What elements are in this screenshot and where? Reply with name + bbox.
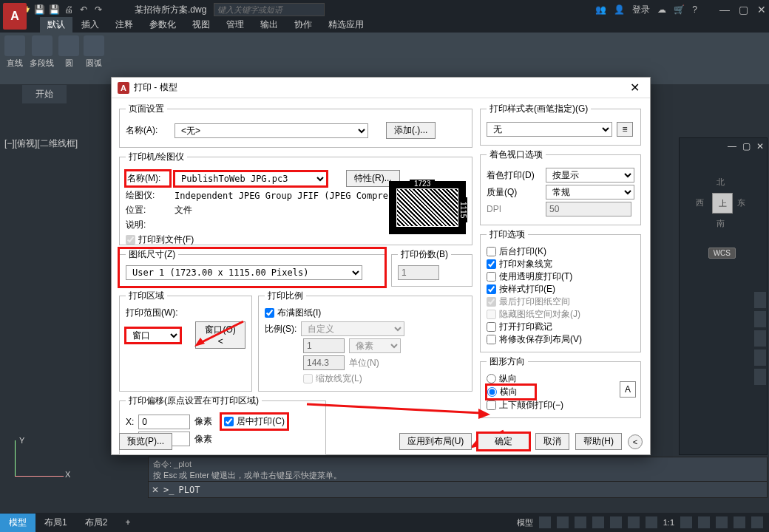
cart-icon[interactable]: 🛒: [674, 4, 685, 15]
navbar-showmenu-icon[interactable]: [754, 369, 766, 385]
login-link[interactable]: 登录: [632, 4, 650, 16]
fit-to-paper-checkbox[interactable]: [265, 308, 274, 318]
ribbon-tab-featured[interactable]: 精选应用: [321, 17, 371, 33]
plot-window-button[interactable]: 窗口(O)<: [195, 321, 245, 349]
navbar-zoom-icon[interactable]: [754, 330, 766, 347]
opt-plotstamp-checkbox[interactable]: [487, 322, 496, 332]
maximize-icon[interactable]: ▢: [739, 4, 748, 16]
qat-saveas-icon[interactable]: 💾: [47, 3, 61, 16]
status-gear-icon[interactable]: [680, 516, 692, 528]
layout-tab-2[interactable]: 布局2: [76, 514, 117, 532]
navbar-orbit-icon[interactable]: [754, 349, 766, 366]
exchange-icon[interactable]: ☁: [657, 4, 666, 15]
opt-styles-checkbox[interactable]: [487, 284, 496, 294]
status-clean-icon[interactable]: [734, 516, 745, 528]
ribbon-label: 直线: [7, 58, 23, 69]
opt-save-layout-checkbox[interactable]: [487, 335, 496, 344]
quality-select[interactable]: 常规: [546, 185, 634, 200]
status-scale[interactable]: 1:1: [663, 518, 674, 527]
status-ortho-icon[interactable]: [575, 516, 586, 528]
panel-maximize-icon[interactable]: ▢: [742, 141, 751, 151]
ribbon-tab-annotate[interactable]: 注释: [108, 17, 140, 33]
command-line[interactable]: ✕ >_ PLOT: [148, 482, 768, 498]
status-iso-icon[interactable]: [716, 516, 728, 528]
offset-x-input[interactable]: [138, 415, 190, 429]
viewport-label[interactable]: [−][俯视][二维线框]: [4, 137, 78, 150]
status-osnap-icon[interactable]: [610, 516, 622, 528]
ucs-icon[interactable]: Y X: [10, 436, 62, 488]
landscape-radio[interactable]: [487, 387, 497, 397]
portrait-radio[interactable]: [487, 374, 496, 383]
signin-icon[interactable]: 👥: [595, 4, 606, 15]
status-lwt-icon[interactable]: [628, 516, 640, 528]
ribbon-tab-output[interactable]: 输出: [253, 17, 285, 33]
panel-minimize-icon[interactable]: —: [728, 141, 736, 151]
pagesetup-name-select[interactable]: <无>: [175, 123, 368, 138]
status-transp-icon[interactable]: [646, 516, 657, 528]
ribbon-tab-view[interactable]: 视图: [185, 17, 217, 33]
pagesetup-add-button[interactable]: 添加(.)...: [386, 122, 436, 139]
cmd-input-text[interactable]: PLOT: [178, 485, 200, 495]
preview-button[interactable]: 预览(P)...: [119, 433, 172, 450]
dialog-close-icon[interactable]: ✕: [626, 81, 644, 95]
apply-layout-button[interactable]: 应用到布局(U): [399, 433, 472, 450]
copies-legend: 打印份数(B): [398, 248, 451, 261]
search-input[interactable]: [214, 3, 325, 16]
status-model[interactable]: 模型: [517, 517, 533, 528]
viewcube[interactable]: 北 南 西 东 上: [694, 175, 751, 231]
qat-save-icon[interactable]: 💾: [33, 3, 46, 16]
plot-options-group: 打印选项 后台打印(K) 打印对象线宽 使用透明度打印(T) 按样式打印(E) …: [480, 228, 641, 352]
status-custom-icon[interactable]: [751, 516, 763, 528]
opt-lineweights-checkbox[interactable]: [487, 259, 496, 269]
shade-mode-select[interactable]: 按显示: [546, 168, 634, 183]
viewcube-face[interactable]: 上: [712, 193, 733, 214]
qat-print-icon[interactable]: 🖨: [62, 3, 75, 16]
ribbon-tab-default[interactable]: 默认: [40, 17, 72, 33]
qat-undo-icon[interactable]: ↶: [77, 3, 90, 16]
opt-transparency-checkbox[interactable]: [487, 272, 496, 282]
upside-down-checkbox[interactable]: [487, 400, 496, 410]
status-polar-icon[interactable]: [592, 516, 604, 528]
plot-style-select[interactable]: 无: [487, 122, 612, 137]
status-hw-icon[interactable]: [698, 516, 710, 528]
print-to-file-label: 打印到文件(F): [138, 233, 194, 246]
navbar-pan-icon[interactable]: [754, 311, 766, 327]
layout-tab-add[interactable]: +: [116, 514, 139, 531]
ribbon-tab-manage[interactable]: 管理: [219, 17, 251, 33]
plot-style-edit-button[interactable]: ≡: [617, 122, 633, 137]
layout-tab-1[interactable]: 布局1: [35, 514, 76, 532]
help-button[interactable]: 帮助(H): [575, 433, 622, 450]
arc-icon[interactable]: [84, 35, 104, 56]
collapse-options-icon[interactable]: <: [628, 434, 643, 449]
cancel-button[interactable]: 取消: [535, 433, 569, 450]
minimize-icon[interactable]: —: [719, 4, 730, 16]
doc-tab-start[interactable]: 开始: [22, 85, 67, 103]
wcs-badge[interactable]: WCS: [708, 248, 736, 259]
user-icon[interactable]: 👤: [614, 4, 625, 15]
printer-driver-value: Independent JPEG Group JFIF (JPEG Compre…: [175, 191, 420, 201]
navbar-wheel-icon[interactable]: [754, 292, 766, 308]
ribbon-tab-parametric[interactable]: 参数化: [142, 17, 183, 33]
paper-size-select[interactable]: User 1 (1723.00 x 1115.00 Pixels): [126, 265, 362, 280]
opt-background-checkbox[interactable]: [487, 247, 496, 256]
ribbon-tab-insert[interactable]: 插入: [74, 17, 106, 33]
help-icon[interactable]: ?: [692, 4, 697, 15]
close-icon[interactable]: ✕: [757, 4, 766, 16]
pagesetup-name-label: 名称(A):: [126, 124, 170, 137]
center-plot-checkbox[interactable]: [224, 417, 234, 426]
printer-name-select[interactable]: PublishToWeb JPG.pc3: [175, 171, 327, 186]
polyline-icon[interactable]: [32, 35, 52, 56]
print-to-file-checkbox: [126, 235, 135, 245]
layout-tab-model[interactable]: 模型: [0, 514, 35, 532]
ok-button[interactable]: 确定: [478, 433, 529, 450]
plot-range-select[interactable]: 窗口: [126, 328, 180, 343]
circle-icon[interactable]: [58, 35, 79, 56]
line-icon[interactable]: [4, 35, 25, 56]
status-snap-icon[interactable]: [557, 516, 569, 528]
qat-redo-icon[interactable]: ↷: [92, 3, 105, 16]
ribbon-tab-collab[interactable]: 协作: [287, 17, 319, 33]
cmd-toggle-icon[interactable]: ✕: [152, 485, 159, 495]
status-grid-icon[interactable]: [539, 516, 551, 528]
panel-close-icon[interactable]: ✕: [756, 141, 764, 151]
app-logo[interactable]: A: [3, 3, 27, 30]
